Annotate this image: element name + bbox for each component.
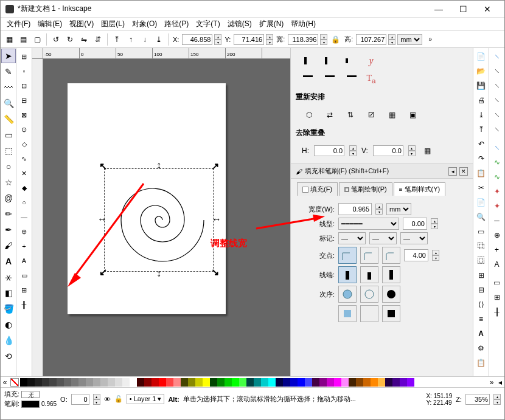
color-swatch[interactable] xyxy=(276,378,283,387)
select-layers-icon[interactable]: ▤ xyxy=(17,33,29,46)
minimize-button[interactable]: — xyxy=(427,1,451,18)
snap-intersection-icon[interactable]: ✕ xyxy=(18,167,31,180)
color-swatch[interactable] xyxy=(232,378,239,387)
snap-rotation-icon[interactable]: + xyxy=(18,239,31,253)
menu-file[interactable]: 文件(F) xyxy=(3,18,34,30)
snap-r17-icon[interactable]: ⊞ xyxy=(490,291,504,304)
miter-input[interactable] xyxy=(404,249,428,261)
rotate-ccw-icon[interactable]: ↺ xyxy=(50,33,62,46)
join-bevel-icon[interactable] xyxy=(382,247,400,264)
unit-select[interactable]: mm xyxy=(397,34,422,45)
remove-overlap-icon[interactable]: ▣ xyxy=(405,108,420,122)
overlap-h-input[interactable] xyxy=(314,145,344,156)
snap-r13-icon[interactable]: ⊕ xyxy=(490,229,504,242)
snap-r7-icon[interactable]: ⟍ xyxy=(490,141,504,154)
width-unit-select[interactable]: mm xyxy=(386,203,411,215)
snap-r15-icon[interactable]: A xyxy=(490,258,504,271)
y-input[interactable] xyxy=(234,34,264,45)
color-swatch[interactable] xyxy=(42,378,49,387)
snap-r5-icon[interactable]: ⟍ xyxy=(490,108,504,122)
snap-r12-icon[interactable]: ─ xyxy=(490,214,504,227)
random-icon[interactable]: ⚂ xyxy=(364,108,378,122)
color-swatch[interactable] xyxy=(173,378,181,387)
copy-icon[interactable]: 📋 xyxy=(475,167,488,180)
color-swatch[interactable] xyxy=(327,378,334,387)
color-swatch[interactable] xyxy=(86,378,93,387)
stroke-swatch[interactable] xyxy=(21,401,40,408)
handle-se[interactable]: ↘ xyxy=(211,269,219,277)
no-color-swatch[interactable] xyxy=(10,378,19,387)
raise-icon[interactable]: ↑ xyxy=(125,33,137,46)
handle-s[interactable]: ↕ xyxy=(155,270,163,278)
ruler-vertical[interactable] xyxy=(32,59,43,376)
menu-view[interactable]: 视图(V) xyxy=(66,18,97,30)
dialog-min-icon[interactable]: ◂ xyxy=(448,167,457,176)
color-swatch[interactable] xyxy=(122,378,130,387)
menu-filter[interactable]: 滤镜(S) xyxy=(224,18,256,30)
order-2-icon[interactable] xyxy=(360,286,378,303)
dialog-close-icon[interactable]: ✕ xyxy=(459,167,468,176)
rotate-cw-icon[interactable]: ↻ xyxy=(64,33,76,46)
marker-mid[interactable]: — xyxy=(369,232,397,244)
cap-square-icon[interactable] xyxy=(382,266,400,283)
handle-n[interactable]: ↕ xyxy=(155,162,163,170)
3dbox-tool[interactable]: ⬚ xyxy=(1,143,16,158)
node-tool[interactable]: ✎ xyxy=(1,64,16,79)
cap-butt-icon[interactable] xyxy=(338,266,357,283)
text-align-4[interactable]: y xyxy=(364,54,378,67)
color-swatch[interactable] xyxy=(225,378,232,387)
snap-r16-icon[interactable]: ▭ xyxy=(490,276,504,289)
dropper-tool[interactable]: 💧 xyxy=(1,333,16,348)
tab-stroke-paint[interactable]: 笔刷绘制(P) xyxy=(339,182,392,196)
cap-round-icon[interactable] xyxy=(360,266,378,283)
layer-selector[interactable]: • Layer 1 ▾ xyxy=(127,394,165,404)
print-icon[interactable]: 🖨 xyxy=(475,94,488,107)
tab-fill[interactable]: 填充(F) xyxy=(297,182,338,196)
snap-r18-icon[interactable]: ╫ xyxy=(490,305,504,318)
lower-bottom-icon[interactable]: ⤓ xyxy=(153,33,165,46)
maximize-button[interactable]: ☐ xyxy=(451,1,475,18)
snap-r10-icon[interactable]: ✦ xyxy=(490,185,504,198)
palette-menu[interactable]: ◂ xyxy=(496,378,504,387)
snap-center-icon[interactable]: ⊙ xyxy=(18,123,31,136)
zoom-spin[interactable]: ▴▾ xyxy=(493,394,501,405)
text-align-5[interactable] xyxy=(302,72,316,86)
apply-remove-overlap[interactable]: ▦ xyxy=(420,144,435,157)
snap-edge-icon[interactable]: ⊡ xyxy=(18,79,31,92)
color-swatch[interactable] xyxy=(319,378,327,387)
menu-extension[interactable]: 扩展(N) xyxy=(256,18,288,30)
color-swatch[interactable] xyxy=(115,378,122,387)
width-spin[interactable]: ▴▾ xyxy=(375,204,383,215)
snap-guide-icon[interactable]: ╫ xyxy=(18,298,31,311)
snap-r6-icon[interactable]: ⟍ xyxy=(490,123,504,136)
x-input[interactable] xyxy=(182,34,212,45)
new-doc-icon[interactable]: 📄 xyxy=(475,50,488,63)
h-spinner[interactable]: ▴▾ xyxy=(388,34,395,45)
color-swatch[interactable] xyxy=(217,378,225,387)
overlap-v-input[interactable] xyxy=(373,145,403,156)
export-icon[interactable]: ⤒ xyxy=(475,123,488,136)
color-swatch[interactable] xyxy=(27,378,35,387)
menu-text[interactable]: 文字(T) xyxy=(192,18,223,30)
exchange-pos-icon[interactable]: ⇄ xyxy=(322,108,337,122)
xml-icon[interactable]: ⟨⟩ xyxy=(475,298,488,311)
opacity-spin[interactable]: ▴▾ xyxy=(93,394,100,405)
color-swatch[interactable] xyxy=(290,378,298,387)
text-align-1[interactable] xyxy=(302,54,316,67)
menu-layer[interactable]: 图层(L) xyxy=(97,18,128,30)
snap-node-icon[interactable]: ◇ xyxy=(18,137,31,151)
snap-r4-icon[interactable]: ⟍ xyxy=(490,94,504,107)
snap-r11-icon[interactable]: ✦ xyxy=(490,199,504,213)
save-icon[interactable]: 💾 xyxy=(475,79,488,92)
flip-h-icon[interactable]: ⇋ xyxy=(78,33,90,46)
snap-r3-icon[interactable]: ⟍ xyxy=(490,79,504,92)
h-input[interactable] xyxy=(356,34,386,45)
order-3-icon[interactable] xyxy=(382,286,400,303)
redo-icon[interactable]: ↷ xyxy=(475,152,488,165)
dash-spin[interactable]: ▴▾ xyxy=(431,218,438,229)
join-miter-icon[interactable] xyxy=(338,247,357,264)
color-swatch[interactable] xyxy=(392,378,400,387)
snap-page-icon[interactable]: ▭ xyxy=(18,269,31,282)
snap-midpoint-icon[interactable]: ⊠ xyxy=(18,108,31,122)
snap-enable-icon[interactable]: ⟍ xyxy=(490,50,504,63)
